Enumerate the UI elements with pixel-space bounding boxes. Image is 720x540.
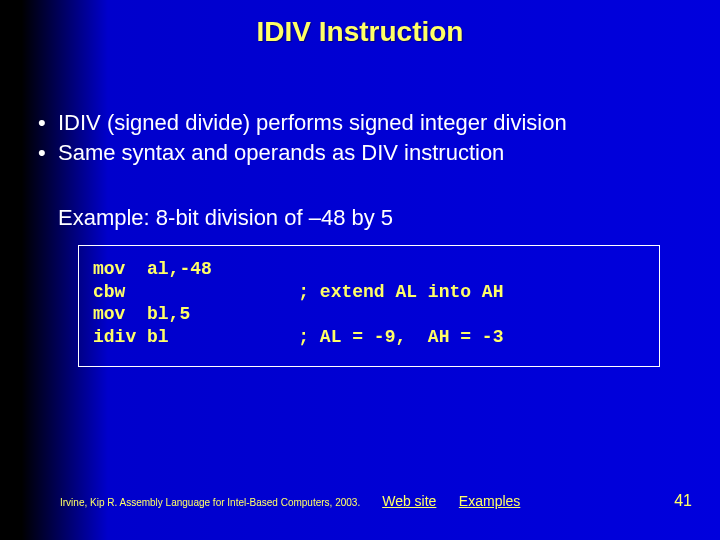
- footer: Irvine, Kip R. Assembly Language for Int…: [0, 492, 720, 510]
- example-label: Example: 8-bit division of –48 by 5: [58, 205, 690, 231]
- code-line: idiv bl ; AL = -9, AH = -3: [93, 326, 645, 349]
- slide-body: IDIV (signed divide) performs signed int…: [0, 58, 720, 367]
- page-number: 41: [674, 492, 692, 510]
- slide: IDIV Instruction IDIV (signed divide) pe…: [0, 0, 720, 540]
- bullet-item: IDIV (signed divide) performs signed int…: [30, 108, 690, 138]
- bullet-list: IDIV (signed divide) performs signed int…: [30, 108, 690, 167]
- examples-link[interactable]: Examples: [459, 493, 520, 509]
- website-link[interactable]: Web site: [382, 493, 436, 509]
- code-line: mov al,-48: [93, 258, 645, 281]
- code-line: cbw ; extend AL into AH: [93, 281, 645, 304]
- slide-title: IDIV Instruction: [0, 0, 720, 58]
- bullet-item: Same syntax and operands as DIV instruct…: [30, 138, 690, 168]
- code-line: mov bl,5: [93, 303, 645, 326]
- citation-text: Irvine, Kip R. Assembly Language for Int…: [60, 497, 360, 508]
- footer-links: Web site Examples: [382, 492, 538, 510]
- code-box: mov al,-48 cbw ; extend AL into AH mov b…: [78, 245, 660, 367]
